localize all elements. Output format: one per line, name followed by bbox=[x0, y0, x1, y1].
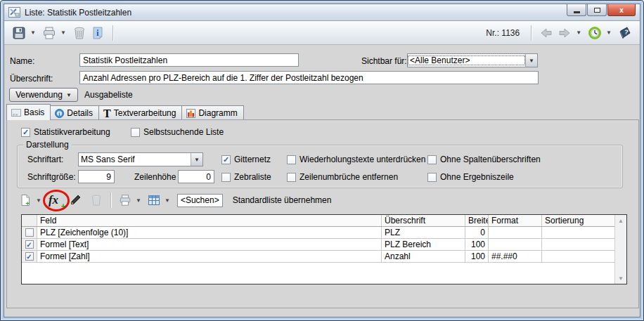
back-button[interactable] bbox=[537, 24, 555, 42]
close-button[interactable]: x bbox=[607, 4, 636, 16]
name-input[interactable] bbox=[79, 53, 299, 67]
cell-format[interactable] bbox=[489, 227, 542, 238]
tab-details[interactable]: i Details bbox=[51, 105, 99, 120]
tab-diagramm[interactable]: Diagramm bbox=[182, 105, 243, 120]
checkbox-unchecked-icon bbox=[287, 155, 296, 164]
row-checkbox-checked[interactable]: ✓ bbox=[25, 252, 34, 261]
statistikverarbeitung-checkbox[interactable]: ✓ Statistikverarbeitung bbox=[21, 127, 110, 137]
trash-icon bbox=[72, 26, 86, 40]
info-icon: i bbox=[91, 26, 105, 40]
cell-breite[interactable]: 0 bbox=[465, 227, 489, 238]
table-header-row: Feld Überschrift Breite Format Sortierun… bbox=[22, 215, 614, 227]
tab-textverarbeitung[interactable]: T Textverarbeitung bbox=[99, 105, 182, 120]
recent-button[interactable] bbox=[586, 24, 604, 42]
row-checkbox-checked[interactable]: ✓ bbox=[25, 240, 34, 249]
cell-breite[interactable]: 100 bbox=[465, 239, 489, 250]
ohne-spaltenueberschriften-label: Ohne Spaltenüberschriften bbox=[440, 155, 541, 164]
cell-ueberschrift[interactable]: PLZ Bereich bbox=[382, 239, 465, 250]
window-title: Liste: Statistik Postleitzahlen bbox=[25, 8, 131, 18]
ohne-ergebniszeile-checkbox[interactable]: Ohne Ergebniszeile bbox=[427, 172, 514, 182]
history-dropdown-arrow[interactable]: ▼ bbox=[576, 30, 581, 36]
wiederholungstexte-checkbox[interactable]: Wiederholungstexte unterdrücken bbox=[287, 155, 425, 164]
toolbar-separator bbox=[531, 25, 532, 41]
cell-ueberschrift[interactable]: PLZ bbox=[382, 227, 465, 238]
cell-feld[interactable]: Formel [Zahl] bbox=[37, 251, 382, 262]
forward-button[interactable] bbox=[555, 24, 574, 42]
schriftgroesse-input[interactable] bbox=[78, 170, 115, 183]
cell-breite[interactable]: 100 bbox=[465, 251, 489, 262]
header-format[interactable]: Format bbox=[489, 215, 542, 226]
table-scrollbar[interactable]: ▲ ▼ bbox=[614, 215, 626, 284]
print-button[interactable] bbox=[40, 24, 58, 42]
header-feld[interactable]: Feld bbox=[37, 215, 382, 226]
table-view-dropdown-arrow[interactable]: ▼ bbox=[165, 197, 170, 204]
tab-basis[interactable]: Basis bbox=[6, 104, 51, 120]
verwendung-button[interactable]: Verwendung ▼ bbox=[9, 88, 78, 102]
selbstsuchende-liste-label: Selbstsuchende Liste bbox=[143, 127, 224, 137]
statistikverarbeitung-label: Statistikverarbeitung bbox=[34, 127, 110, 137]
info-button[interactable]: i bbox=[89, 24, 107, 42]
maximize-button[interactable] bbox=[587, 4, 607, 16]
minimize-button[interactable] bbox=[567, 4, 586, 16]
cell-format[interactable] bbox=[489, 239, 542, 250]
suchen-placeholder: <Suchen> bbox=[181, 195, 219, 205]
delete-button[interactable] bbox=[70, 24, 89, 42]
print-list-button[interactable] bbox=[117, 192, 134, 209]
sichtbar-fuer-select[interactable]: <Alle Benutzer> ▼ bbox=[407, 53, 538, 67]
tab-bar: Basis i Details T Textverarbeitung bbox=[6, 104, 244, 120]
add-formula-button[interactable]: fx + bbox=[46, 192, 61, 209]
delete-field-button[interactable] bbox=[88, 192, 105, 209]
print-dropdown-arrow[interactable]: ▼ bbox=[60, 30, 66, 36]
recent-dropdown-arrow[interactable]: ▼ bbox=[606, 30, 612, 36]
cell-sortierung[interactable] bbox=[542, 227, 614, 238]
schriftart-select[interactable]: MS Sans Serif ▼ bbox=[78, 152, 203, 166]
help-button[interactable]: ? bbox=[616, 24, 634, 42]
darstellung-legend: Darstellung bbox=[23, 140, 72, 150]
header-breite[interactable]: Breite bbox=[465, 215, 489, 226]
tab-details-label: Details bbox=[67, 108, 93, 118]
table-row[interactable]: PLZ [Zeichenfolge (10)] PLZ 0 bbox=[22, 227, 614, 239]
cell-sortierung[interactable] bbox=[542, 251, 614, 262]
save-dropdown-arrow[interactable]: ▼ bbox=[30, 30, 36, 36]
save-button[interactable] bbox=[10, 24, 28, 42]
cell-ueberschrift[interactable]: Anzahl bbox=[382, 251, 465, 262]
cell-feld[interactable]: PLZ [Zeichenfolge (10)] bbox=[37, 227, 382, 238]
row-checkbox-unchecked[interactable] bbox=[25, 228, 34, 237]
print-list-dropdown-arrow[interactable]: ▼ bbox=[136, 197, 141, 204]
ueberschrift-input[interactable] bbox=[79, 71, 539, 84]
selbstsuchende-liste-checkbox[interactable]: Selbstsuchende Liste bbox=[131, 127, 224, 137]
header-ueberschrift[interactable]: Überschrift bbox=[382, 215, 465, 226]
zeilenumbrueche-checkbox[interactable]: Zeilenumbrüche entfernen bbox=[287, 172, 398, 182]
table-view-button[interactable] bbox=[146, 192, 162, 209]
add-field-dropdown-arrow[interactable]: ▼ bbox=[36, 197, 41, 204]
table-row[interactable]: ✓ Formel [Text] PLZ Bereich 100 bbox=[22, 239, 614, 251]
maximize-icon bbox=[594, 8, 600, 13]
suchen-field[interactable]: <Suchen> bbox=[177, 194, 223, 207]
table-icon bbox=[148, 194, 160, 207]
scroll-down-icon[interactable]: ▼ bbox=[615, 273, 626, 284]
tab-textverarbeitung-label: Textverarbeitung bbox=[114, 108, 176, 118]
table-row[interactable]: ✓ Formel [Zahl] Anzahl 100 ##.##0 bbox=[22, 251, 614, 263]
edit-field-button[interactable] bbox=[67, 192, 84, 209]
combo-dropdown-arrow[interactable]: ▼ bbox=[191, 153, 202, 166]
gitternetz-checkbox[interactable]: ✓ Gitternetz bbox=[221, 155, 271, 164]
scroll-up-icon[interactable]: ▲ bbox=[615, 215, 626, 226]
checkbox-checked-icon: ✓ bbox=[221, 155, 231, 164]
svg-text:+: + bbox=[26, 200, 30, 207]
cell-format[interactable]: ##.##0 bbox=[489, 251, 542, 262]
header-sortierung[interactable]: Sortierung bbox=[542, 215, 614, 226]
zeilenhoehe-input[interactable] bbox=[178, 170, 214, 183]
cell-feld[interactable]: Formel [Text] bbox=[37, 239, 382, 250]
zebraliste-checkbox[interactable]: Zebraliste bbox=[221, 172, 271, 182]
standardliste-uebernehmen-button[interactable]: Standardliste übernehmen bbox=[233, 195, 332, 205]
add-field-button[interactable]: + bbox=[17, 192, 34, 209]
combo-dropdown-arrow[interactable]: ▼ bbox=[525, 54, 537, 67]
close-icon: x bbox=[619, 6, 624, 14]
gitternetz-label: Gitternetz bbox=[234, 155, 271, 164]
wiederholungstexte-label: Wiederholungstexte unterdrücken bbox=[300, 155, 425, 164]
back-arrow-icon bbox=[539, 26, 553, 40]
ausgabeliste-text: Ausgabeliste bbox=[84, 90, 133, 100]
ohne-spaltenueberschriften-checkbox[interactable]: Ohne Spaltenüberschriften bbox=[427, 155, 541, 164]
cell-sortierung[interactable] bbox=[542, 239, 614, 250]
checkbox-unchecked-icon bbox=[221, 173, 231, 182]
